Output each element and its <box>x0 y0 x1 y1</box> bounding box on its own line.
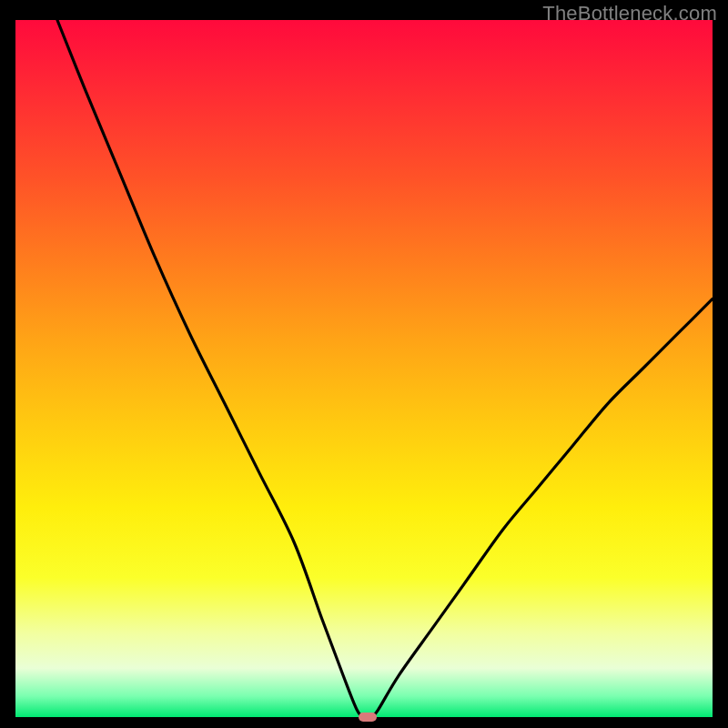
plot-area <box>15 20 713 717</box>
bottleneck-curve <box>15 20 713 717</box>
chart-frame: TheBottleneck.com <box>0 0 728 728</box>
watermark-text: TheBottleneck.com <box>542 2 717 25</box>
curve-path <box>57 20 713 718</box>
min-marker <box>359 713 377 722</box>
